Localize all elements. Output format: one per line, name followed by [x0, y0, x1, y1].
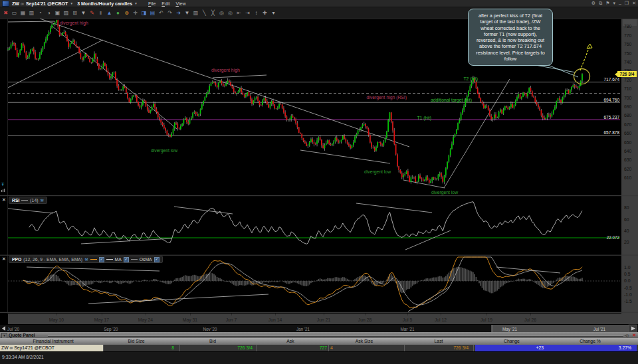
symbol-dropdown-icon[interactable]: ▼	[70, 1, 73, 5]
rsi-line-sample	[21, 200, 28, 201]
ppo-line-sample	[90, 259, 97, 260]
bars-icon[interactable]: ‖	[96, 8, 105, 18]
circle-icon[interactable]: ◑	[45, 8, 53, 18]
chart-style-icon[interactable]: ▣	[53, 8, 62, 18]
cursor-icon[interactable]: ▭	[10, 8, 19, 18]
column-financial-instrument: Financial Instrument	[33, 339, 73, 343]
quote-table-row[interactable]: ZW ∞ Sep14'21 @ECBOT 8 726 3/4 727 4 726…	[0, 345, 638, 351]
divider	[179, 345, 180, 351]
svg-text:-1.0: -1.0	[624, 292, 632, 297]
quote-panel-close-icon[interactable]: ✕	[632, 333, 636, 338]
tool-caret-icon[interactable]: ▾	[269, 8, 278, 18]
window-controls: ⚙⧉⚑▾–❐✕	[588, 0, 636, 7]
svg-text:Mar '21: Mar '21	[401, 327, 415, 331]
osma-label: OsMA	[140, 257, 152, 262]
undo-icon[interactable]: ↶	[157, 8, 165, 18]
dropdown-icon[interactable]: ▼	[79, 8, 88, 18]
grid-add-icon[interactable]: ⊞	[70, 8, 79, 18]
osma-line-sample	[131, 259, 138, 260]
svg-text:Sep '20: Sep '20	[104, 327, 118, 332]
annotation-callout[interactable]: after a perfect kiss of T2 (final target…	[468, 9, 553, 66]
candles-icon[interactable]: ▥	[191, 8, 200, 18]
quote-last: 726 3/4	[409, 345, 469, 351]
zoom-in-icon[interactable]: ◎	[217, 8, 226, 18]
column-change: Change	[504, 339, 520, 343]
divider	[404, 345, 405, 351]
redo-icon[interactable]: ↷	[165, 8, 174, 18]
maximize-icon[interactable]: ❐	[625, 1, 629, 6]
expand-icon[interactable]: ↕	[252, 8, 261, 18]
quote-change-pct: 3.27%	[568, 345, 631, 351]
svg-text:divergent high: divergent high	[60, 21, 88, 26]
trendline-icon[interactable]: ╲	[200, 8, 209, 18]
svg-text:Jul '20: Jul '20	[7, 327, 20, 331]
divider	[48, 335, 623, 337]
layout-icon[interactable]: ▥	[27, 8, 36, 18]
zoom-out-icon[interactable]: ◎	[226, 8, 235, 18]
contract-label[interactable]: Sep14'21 @ECBOT	[26, 1, 68, 6]
quote-instrument[interactable]: ZW ∞ Sep14'21 @ECBOT	[0, 345, 103, 351]
svg-text:Jun 28: Jun 28	[358, 318, 372, 322]
settings-icon[interactable]: ⚙	[591, 1, 595, 6]
delete-icon[interactable]: ✖	[1, 8, 10, 18]
speaker-icon[interactable]: ⊲)	[624, 333, 629, 337]
menu-view[interactable]: View	[175, 1, 185, 6]
svg-text:additional target (hit): additional target (hit)	[431, 98, 472, 103]
shift-right-icon[interactable]: ⇥	[243, 8, 252, 18]
quote-bid: 726 3/4	[193, 345, 253, 351]
cross-icon[interactable]: ✛	[131, 8, 140, 18]
svg-text:740: 740	[624, 60, 632, 64]
note-icon[interactable]: ▤	[148, 8, 157, 18]
quote-ask-size: 4	[330, 345, 344, 351]
crossline-icon[interactable]: ╳	[209, 8, 217, 18]
pattern-icon[interactable]: ▨	[62, 8, 70, 18]
svg-text:710: 710	[624, 86, 632, 91]
draw-pencil-icon[interactable]: ✎	[88, 8, 96, 18]
column-bid: Bid	[209, 339, 216, 343]
link-icon[interactable]: ⧉	[599, 1, 602, 6]
triangle-up-icon[interactable]: ▲	[105, 8, 114, 18]
pin-icon[interactable]: ⚑	[605, 1, 609, 6]
svg-text:May 10: May 10	[49, 318, 64, 323]
target-icon[interactable]: ⊕	[122, 8, 131, 18]
rsi-settings-icon[interactable]: ⚒	[40, 198, 43, 203]
menu-edit[interactable]: Edit	[161, 1, 169, 6]
svg-text:760: 760	[624, 42, 632, 46]
ppo-close-button[interactable]: ✕	[1, 256, 7, 262]
menu-file[interactable]: File	[148, 1, 156, 6]
osma-checkbox[interactable]: ✓	[154, 257, 160, 262]
svg-text:1.0: 1.0	[624, 265, 631, 270]
divider	[103, 345, 104, 351]
ma-checkbox[interactable]: ✓	[124, 257, 129, 262]
svg-text:T1 (hit): T1 (hit)	[417, 116, 431, 121]
rsi-header: RSI (14) ⚒	[9, 197, 47, 204]
svg-text:Jan '21: Jan '21	[296, 327, 310, 331]
svg-text:divergent low: divergent low	[431, 190, 458, 195]
titlebar: ZW ∞ Sep14'21 @ECBOT ▼ 3 Months/Hourly c…	[0, 0, 638, 7]
dot-icon[interactable]: ●	[114, 8, 122, 18]
add-icon[interactable]: ✚	[261, 8, 269, 18]
trading-platform-window: ZW ∞ Sep14'21 @ECBOT ▼ 3 Months/Hourly c…	[0, 0, 638, 364]
rsi-label: RSI	[12, 198, 19, 203]
shift-left-icon[interactable]: ⇤	[235, 8, 243, 18]
timeframe-label[interactable]: 3 Months/Hourly candles	[77, 1, 132, 6]
text-box-icon[interactable]: ◨	[140, 8, 148, 18]
ppo-settings-icon[interactable]: ⚒	[84, 257, 88, 262]
svg-text:Nov '20: Nov '20	[203, 327, 217, 331]
svg-text:Ŧ: Ŧ	[1, 182, 5, 187]
arrow-icon[interactable]: ➜	[174, 8, 183, 18]
svg-text:717.674: 717.674	[604, 77, 620, 82]
svg-text:divergent low: divergent low	[151, 148, 177, 153]
ppo-checkbox[interactable]: ✓	[99, 257, 104, 262]
menu-bar: FileEditView	[148, 1, 191, 6]
timeframe-dropdown-icon[interactable]: ▼	[134, 1, 138, 5]
close-icon[interactable]: ✕	[632, 1, 636, 6]
svg-text:Jun 14: Jun 14	[268, 318, 282, 322]
pie-icon[interactable]: ◔	[36, 8, 45, 18]
grid-icon[interactable]: ▦	[19, 8, 27, 18]
svg-text:Jun 21: Jun 21	[317, 318, 331, 322]
dropdown2-icon[interactable]: ▼	[183, 8, 191, 18]
pin-caret-icon[interactable]: ▾	[613, 1, 615, 6]
minimize-icon[interactable]: –	[619, 1, 621, 6]
rsi-close-button[interactable]: ✕	[1, 197, 7, 203]
